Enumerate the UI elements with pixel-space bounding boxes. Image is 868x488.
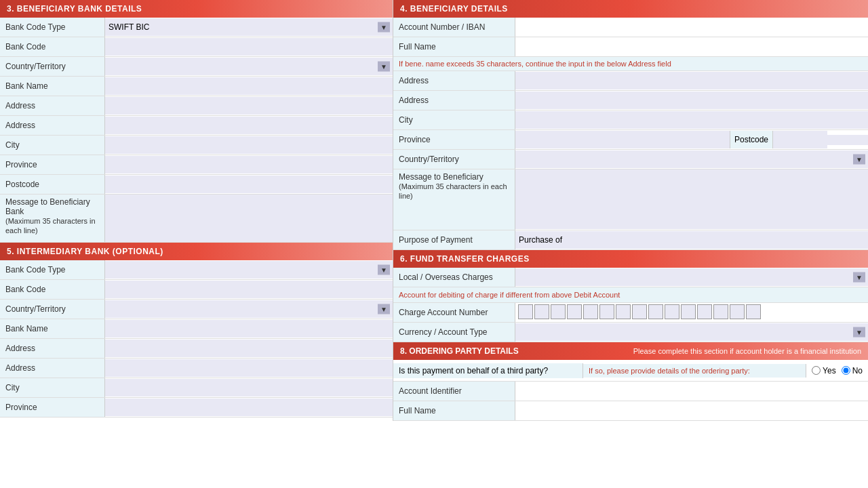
charge-box-5[interactable] (583, 304, 598, 319)
bank-code-type-select-wrapper[interactable]: SWIFT BIC ▼ (105, 18, 393, 36)
charge-box-14[interactable] (730, 304, 745, 319)
yes-radio-label[interactable]: Yes (812, 366, 836, 375)
bank-postcode-row: Postcode (0, 175, 393, 195)
inter-bank-code-type-select-wrapper[interactable]: ▼ (105, 261, 393, 279)
bene-country-label: Country/Territory (393, 150, 515, 169)
bank-address2-input[interactable] (105, 117, 393, 134)
full-name-label: Full Name (393, 37, 515, 56)
bene-country-select-wrapper[interactable]: ▼ (515, 150, 868, 168)
bene-country-select[interactable] (515, 150, 868, 168)
bank-postcode-label: Postcode (0, 175, 105, 194)
no-radio[interactable] (842, 366, 850, 375)
charge-box-2[interactable] (534, 304, 549, 319)
section5-header: 5. INTERMEDIARY BANK (OPTIONAL) (0, 243, 393, 260)
bank-code-type-select[interactable]: SWIFT BIC (105, 18, 393, 36)
inter-country-select[interactable] (105, 300, 393, 318)
bank-code-row: Bank Code (0, 37, 393, 57)
purpose-label: Purpose of Payment (393, 230, 515, 249)
inter-bank-code-label: Bank Code (0, 280, 105, 299)
bene-city-input[interactable] (515, 111, 868, 129)
inter-bank-code-type-select[interactable] (105, 261, 393, 279)
inter-bank-code-input[interactable] (105, 281, 393, 298)
currency-type-select[interactable] (515, 323, 868, 341)
account-number-row: Account Number / IBAN (393, 18, 868, 37)
account-number-input[interactable] (515, 18, 868, 36)
purpose-row: Purpose of Payment (393, 230, 868, 250)
bene-message-row: Message to Beneficiary(Maximum 35 charac… (393, 169, 868, 230)
bank-province-input[interactable] (105, 156, 393, 174)
country-territory-row-left: Country/Territory ▼ (0, 57, 393, 77)
bene-address1-label: Address (393, 71, 515, 90)
section8-note: Please complete this section if account … (633, 347, 861, 355)
bank-city-input[interactable] (105, 136, 393, 154)
third-party-note: If so, please provide details of the ord… (583, 364, 806, 378)
account-id-input[interactable] (515, 382, 868, 400)
bene-city-label: City (393, 110, 515, 129)
full-name-row: Full Name (393, 37, 868, 57)
bank-name-input[interactable] (105, 77, 393, 95)
section3-header: 3. BENEFICIARY BANK DETAILS (0, 0, 393, 18)
country-territory-select-left[interactable] (105, 58, 393, 75)
charge-box-4[interactable] (567, 304, 582, 319)
charge-box-9[interactable] (648, 304, 663, 319)
postcode-label: Postcode (730, 131, 773, 148)
bank-address1-row: Address (0, 96, 393, 116)
no-radio-label[interactable]: No (842, 366, 863, 375)
charge-box-12[interactable] (697, 304, 712, 319)
charge-box-11[interactable] (681, 304, 696, 319)
section8-header: 8. ORDERING PARTY DETAILS Please complet… (393, 342, 868, 360)
bene-province-label: Province (393, 130, 515, 149)
bank-message-label: Message to Beneficiary Bank(Maximum 35 c… (0, 195, 105, 242)
inter-country-select-wrapper[interactable]: ▼ (105, 300, 393, 318)
country-territory-select-wrapper-left[interactable]: ▼ (105, 58, 393, 75)
charge-box-1[interactable] (518, 304, 533, 319)
local-overseas-select[interactable] (515, 268, 868, 286)
bank-message-input[interactable] (105, 195, 393, 242)
bank-code-label: Bank Code (0, 37, 105, 56)
inter-address2-row: Address (0, 359, 393, 378)
bank-province-row: Province (0, 155, 393, 175)
bene-address2-label: Address (393, 91, 515, 110)
inter-bank-name-input[interactable] (105, 320, 393, 338)
charge-box-10[interactable] (665, 304, 679, 319)
bank-postcode-input[interactable] (105, 176, 393, 193)
bene-name-note: If bene. name exceeds 35 characters, con… (393, 57, 868, 71)
currency-type-row: Currency / Account Type ▼ (393, 323, 868, 342)
charge-box-3[interactable] (551, 304, 566, 319)
inter-address1-input[interactable] (105, 340, 393, 357)
bank-message-row: Message to Beneficiary Bank(Maximum 35 c… (0, 195, 393, 243)
purpose-input[interactable] (515, 231, 868, 249)
bene-postcode-extra-input[interactable] (827, 135, 868, 145)
ordering-full-name-input[interactable] (515, 402, 868, 420)
no-label: No (852, 366, 863, 375)
bene-address2-input[interactable] (515, 92, 868, 109)
ordering-full-name-label: Full Name (393, 401, 515, 420)
currency-type-select-wrapper[interactable]: ▼ (515, 323, 868, 341)
bene-address2-row: Address (393, 91, 868, 110)
bank-city-label: City (0, 136, 105, 155)
charge-box-7[interactable] (616, 304, 631, 319)
charge-box-6[interactable] (599, 304, 614, 319)
account-id-label: Account Identifier (393, 382, 515, 401)
account-number-label: Account Number / IBAN (393, 18, 515, 37)
bene-province-input[interactable] (515, 131, 730, 148)
charge-box-15[interactable] (746, 304, 761, 319)
bene-country-row: Country/Territory ▼ (393, 150, 868, 169)
inter-province-input[interactable] (105, 399, 393, 416)
bene-postcode-input[interactable] (773, 131, 827, 148)
local-overseas-select-wrapper[interactable]: ▼ (515, 268, 868, 286)
charge-box-8[interactable] (632, 304, 647, 319)
bank-address1-input[interactable] (105, 97, 393, 115)
bank-code-input[interactable] (105, 38, 393, 56)
bene-address1-input[interactable] (515, 72, 868, 89)
inter-bank-name-label: Bank Name (0, 319, 105, 338)
bene-province-postcode-row: Province Postcode (393, 130, 868, 150)
account-id-row: Account Identifier (393, 382, 868, 401)
bene-message-input[interactable] (515, 169, 868, 229)
yes-radio[interactable] (812, 366, 821, 375)
charge-account-boxes (515, 303, 868, 322)
inter-city-input[interactable] (105, 379, 393, 396)
inter-address2-input[interactable] (105, 359, 393, 377)
charge-box-13[interactable] (713, 304, 728, 319)
full-name-input[interactable] (515, 38, 868, 56)
